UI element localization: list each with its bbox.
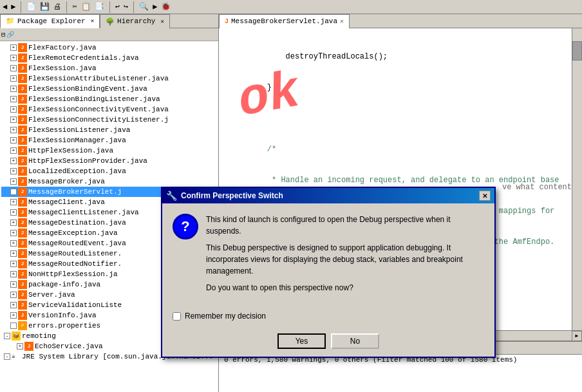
toolbar-icon-paste[interactable]: 📑 [95, 2, 104, 12]
expand-icon[interactable]: + [10, 158, 17, 164]
left-panel-tabs: 📁 Package Explorer ✕ 🌳 Hierarchy ✕ [0, 14, 218, 28]
toolbar-icon-search[interactable]: 🔍 [139, 2, 149, 12]
expand-icon[interactable]: + [10, 240, 17, 247]
expand-icon[interactable]: + [17, 343, 23, 350]
expand-icon[interactable]: + [10, 261, 17, 267]
java-file-icon: J [18, 53, 27, 62]
list-item[interactable]: + J FlexSessionAttributeListener.java [1, 73, 217, 84]
dialog-question-icon: ? [173, 214, 198, 239]
dialog-body: ? This kind of launch is configured to o… [162, 203, 494, 309]
expand-icon[interactable]: + [10, 127, 17, 133]
expand-icon[interactable]: + [10, 55, 17, 61]
tab-package-explorer[interactable]: 📁 Package Explorer ✕ [0, 14, 100, 28]
list-item[interactable]: + J LocalizedException.java [1, 166, 217, 176]
expand-icon[interactable] [10, 322, 17, 329]
expand-icon[interactable]: + [10, 209, 17, 216]
line-number [224, 144, 243, 154]
editor-tab-messagebrokerservlet[interactable]: J MessageBrokerServlet.java ✕ [219, 14, 350, 28]
toolbar-icon-copy[interactable]: 📋 [81, 2, 91, 12]
expand-icon[interactable]: + [10, 178, 17, 185]
java-file-icon: J [18, 290, 27, 299]
expand-icon[interactable]: + [10, 219, 17, 226]
toolbar-icon-fwd[interactable]: ▶ [11, 2, 15, 12]
file-label: MessageRoutedEvent.java [28, 239, 126, 247]
toolbar-icon-run[interactable]: ▶ [153, 2, 157, 12]
list-item[interactable]: + J MessageBroker.java [1, 176, 217, 187]
toolbar-icon-file[interactable]: 📄 [26, 2, 36, 12]
expand-icon[interactable]: + [10, 230, 17, 236]
java-file-icon: J [18, 74, 27, 83]
editor-tab-close[interactable]: ✕ [340, 17, 344, 25]
list-item[interactable]: + J FlexSessionListener.java [1, 125, 217, 135]
expand-icon[interactable]: + [10, 189, 17, 195]
toolbar-icon-back[interactable]: ◀ [3, 2, 7, 12]
scroll-right-btn[interactable]: ▶ [572, 331, 582, 341]
vertical-scrollbar[interactable] [572, 28, 582, 330]
code-text [249, 113, 253, 124]
dialog-title-text: Confirm Perspective Switch [181, 191, 283, 200]
tab-hierarchy[interactable]: 🌳 Hierarchy ✕ [100, 14, 170, 28]
list-item[interactable]: + J FlexSessionConnectivityEvent.java [1, 104, 217, 115]
toolbar-icon-save[interactable]: 💾 [40, 2, 50, 12]
package-explorer-close[interactable]: ✕ [91, 17, 94, 24]
expand-icon[interactable]: + [10, 96, 17, 102]
code-line [224, 113, 567, 124]
code-text: } [249, 82, 272, 93]
toolbar-icon-cut[interactable]: ✂ [72, 2, 77, 12]
expand-icon[interactable]: + [10, 281, 17, 288]
java-file-icon: J [18, 249, 27, 258]
main-toolbar: ◀ ▶ 📄 💾 🖨 ✂ 📋 📑 ↩ ↪ 🔍 ▶ 🐞 [0, 0, 582, 14]
list-item[interactable]: + J FlexSession.java [1, 63, 217, 73]
list-item[interactable]: + J HttpFlexSession.java [1, 145, 217, 156]
expand-icon[interactable]: + [10, 312, 17, 319]
list-item[interactable]: + J FlexSessionConnectivityListener.j [1, 115, 217, 125]
list-item[interactable]: + J FlexRemoteCredentials.java [1, 53, 217, 63]
expand-icon[interactable]: + [10, 86, 17, 92]
expand-icon[interactable]: - [4, 353, 10, 360]
scrollbar-thumb[interactable] [572, 41, 582, 61]
toolbar-icon-redo[interactable]: ↪ [124, 2, 128, 12]
expand-icon[interactable]: + [10, 271, 17, 277]
list-item[interactable]: + J FlexSessionBindingListener.java [1, 94, 217, 104]
expand-icon[interactable]: + [10, 250, 17, 257]
expand-icon[interactable]: + [10, 168, 17, 174]
file-label: FlexSessionConnectivityEvent.java [28, 106, 169, 113]
remember-decision-checkbox[interactable] [173, 312, 181, 321]
collapse-all-icon[interactable]: ⊟ [1, 31, 5, 39]
java-file-icon: J [18, 198, 27, 207]
expand-icon[interactable]: + [10, 117, 17, 123]
hierarchy-close[interactable]: ✕ [160, 18, 164, 25]
expand-icon[interactable]: + [10, 44, 17, 51]
remember-decision-label[interactable]: Remember my decision [185, 312, 266, 321]
expand-icon[interactable]: + [10, 106, 17, 113]
list-item[interactable]: + J HttpFlexSessionProvider.java [1, 156, 217, 166]
expand-icon[interactable]: + [10, 75, 17, 82]
java-file-icon: J [18, 311, 27, 320]
toolbar-icon-debug[interactable]: 🐞 [161, 2, 171, 12]
expand-icon[interactable]: + [10, 292, 17, 298]
dialog-title-icon: 🔧 [166, 191, 177, 201]
expand-icon[interactable]: + [10, 65, 17, 71]
expand-icon[interactable]: + [10, 137, 17, 144]
java-file-icon: J [18, 177, 27, 186]
list-item[interactable]: + J FlexSessionManager.java [1, 135, 217, 145]
java-file-icon: J [18, 259, 27, 268]
expand-icon[interactable]: - [4, 333, 10, 339]
yes-button[interactable]: Yes [277, 333, 326, 349]
file-label: FlexSessionAttributeListener.java [28, 75, 169, 82]
file-label: MessageBrokerServlet.j [28, 188, 122, 196]
toolbar-icon-print[interactable]: 🖨 [53, 2, 61, 12]
file-label: remoting [22, 332, 56, 340]
expand-icon[interactable]: + [10, 147, 17, 154]
expand-icon[interactable]: + [10, 302, 17, 308]
hierarchy-label: Hierarchy [117, 17, 155, 25]
list-item[interactable]: + J FlexSessionBindingEvent.java [1, 84, 217, 94]
list-item[interactable]: + J FlexFactory.java [1, 42, 217, 53]
toolbar-icon-undo[interactable]: ↩ [115, 2, 120, 12]
expand-icon[interactable]: + [10, 199, 17, 205]
file-label: MessageClientListener.java [28, 209, 139, 216]
link-editor-icon[interactable]: 🔗 [6, 31, 14, 39]
dialog-close-button[interactable]: ✕ [479, 191, 491, 201]
code-line: destroyThreadLocals(); [224, 51, 567, 62]
no-button[interactable]: No [331, 333, 379, 349]
